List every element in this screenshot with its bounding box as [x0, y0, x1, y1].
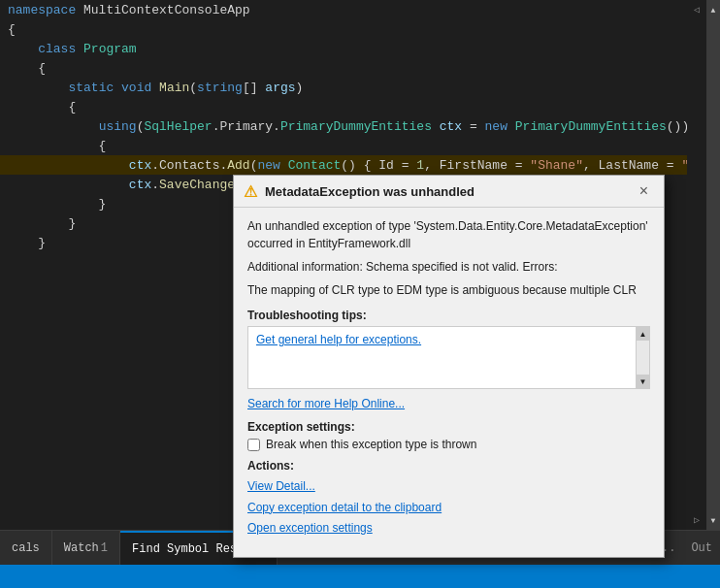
output-btn[interactable]: Out: [683, 541, 720, 555]
tips-scroll-down[interactable]: ▼: [637, 375, 650, 388]
tab-watch-suffix: 1: [101, 541, 108, 555]
actions-section: Actions: View Detail... Copy exception d…: [247, 459, 650, 539]
checkbox-row: Break when this exception type is thrown: [247, 438, 650, 451]
copy-exception-link[interactable]: Copy exception detail to the clipboard: [247, 498, 650, 519]
checkbox-label: Break when this exception type is thrown: [266, 438, 476, 451]
code-line-4: {: [0, 58, 720, 78]
scroll-down-btn[interactable]: ▼: [706, 510, 720, 530]
break-on-exception-checkbox[interactable]: [247, 439, 260, 451]
dialog-close-button[interactable]: ×: [634, 181, 654, 201]
tips-link[interactable]: Get general help for exceptions.: [256, 333, 421, 346]
exception-dialog: ⚠ MetadataException was unhandled × An u…: [233, 175, 665, 558]
code-line-3: class Program: [0, 39, 720, 58]
troubleshooting-section: Troubleshooting tips: Get general help f…: [247, 309, 650, 389]
status-bar: [0, 565, 720, 588]
tab-watch-label: Watch: [64, 541, 99, 555]
tips-box: Get general help for exceptions. ▲ ▼: [247, 326, 650, 389]
open-settings-link[interactable]: Open exception settings: [247, 518, 650, 539]
tab-cals-label: cals: [12, 541, 40, 555]
actions-title: Actions:: [247, 459, 650, 473]
collapse-btn[interactable]: ◁: [694, 4, 700, 16]
tips-content: Get general help for exceptions.: [248, 327, 636, 388]
desc-line6: The mapping of CLR type to EDM type is a…: [247, 281, 650, 299]
minimap-controls: ◁ ▷: [687, 0, 706, 530]
desc-line2: occurred in EntityFramework.dll: [247, 235, 650, 252]
editor-scrollbar[interactable]: ▲ ▼: [706, 0, 720, 530]
tips-scroll-track: [637, 341, 649, 375]
warning-icon: ⚠: [244, 182, 257, 201]
expand-btn[interactable]: ▷: [694, 514, 700, 526]
code-line-6: {: [0, 97, 720, 116]
dialog-body: An unhandled exception of type 'System.D…: [234, 208, 664, 557]
code-line-7: using(SqlHelper.Primary.PrimaryDummyEnti…: [0, 116, 720, 136]
code-line-9: ctx.Contacts.Add(new Contact() { Id = 1,…: [0, 155, 720, 175]
code-line-1: namespace MultiContextConsoleApp: [0, 0, 720, 19]
tab-watch[interactable]: Watch 1: [52, 531, 120, 565]
scroll-up-btn[interactable]: ▲: [706, 0, 720, 19]
exception-settings-section: Exception settings: Break when this exce…: [247, 420, 650, 451]
dialog-description: An unhandled exception of type 'System.D…: [247, 217, 650, 299]
actions-links: View Detail... Copy exception detail to …: [247, 476, 650, 539]
desc-line1: An unhandled exception of type 'System.D…: [247, 217, 650, 235]
troubleshooting-title: Troubleshooting tips:: [247, 309, 650, 322]
code-line-2: {: [0, 19, 720, 39]
dialog-title: MetadataException was unhandled: [265, 184, 475, 199]
tab-cals[interactable]: cals: [0, 531, 52, 565]
code-line-5: static void Main(string[] args): [0, 78, 720, 97]
view-detail-link[interactable]: View Detail...: [247, 476, 650, 498]
dialog-titlebar: ⚠ MetadataException was unhandled ×: [234, 176, 664, 208]
help-online-link[interactable]: Search for more Help Online...: [247, 397, 650, 410]
code-line-8: {: [0, 136, 720, 155]
tips-scrollbar: ▲ ▼: [636, 327, 649, 388]
dialog-title-area: ⚠ MetadataException was unhandled: [244, 182, 475, 201]
exception-settings-title: Exception settings:: [247, 420, 650, 434]
desc-line4: Additional information: Schema specified…: [247, 258, 650, 276]
tips-scroll-up[interactable]: ▲: [637, 327, 650, 341]
